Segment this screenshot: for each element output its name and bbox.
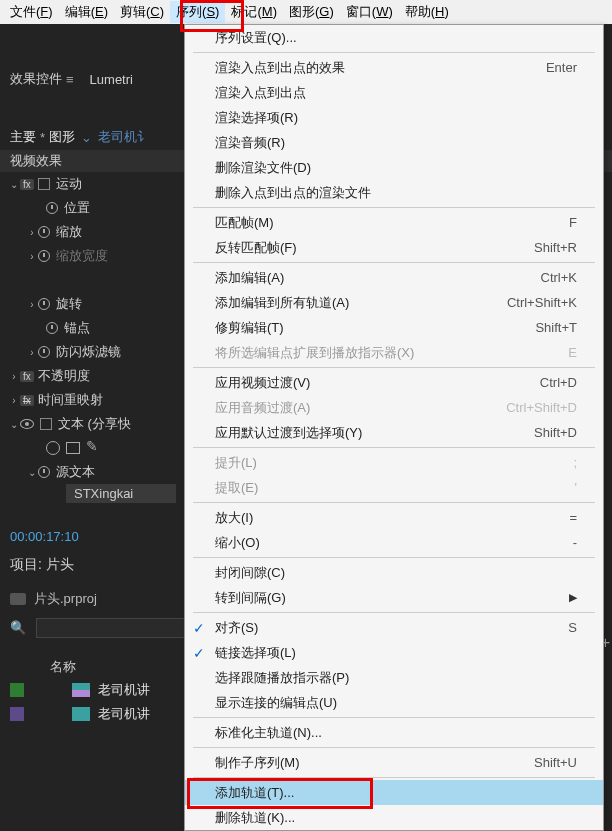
dropdown-item-label: 显示连接的编辑点(U): [215, 694, 337, 712]
dropdown-item-label: 应用音频过渡(A): [215, 399, 310, 417]
dropdown-item-label: 对齐(S): [215, 619, 258, 637]
dropdown-item-label: 提取(E): [215, 479, 258, 497]
dropdown-item[interactable]: 渲染入点到出点: [185, 80, 603, 105]
dropdown-shortcut: Shift+U: [534, 755, 577, 770]
dropdown-item[interactable]: 修剪编辑(T)Shift+T: [185, 315, 603, 340]
stopwatch-icon[interactable]: [38, 466, 50, 478]
dropdown-item[interactable]: 添加编辑(A)Ctrl+K: [185, 265, 603, 290]
dropdown-shortcut: =: [569, 510, 577, 525]
dropdown-item[interactable]: 封闭间隙(C): [185, 560, 603, 585]
dropdown-item-label: 应用默认过渡到选择项(Y): [215, 424, 362, 442]
dropdown-item[interactable]: 反转匹配帧(F)Shift+R: [185, 235, 603, 260]
stopwatch-icon[interactable]: [38, 298, 50, 310]
dropdown-item-label: 渲染选择项(R): [215, 109, 298, 127]
clip-type-label: 图形: [49, 128, 75, 146]
dropdown-item[interactable]: 渲染入点到出点的效果Enter: [185, 55, 603, 80]
menu-graphics[interactable]: 图形(G): [283, 1, 340, 23]
tab-effect-controls[interactable]: 效果控件 ≡: [10, 70, 74, 88]
dropdown-item-label: 标准化主轨道(N)...: [215, 724, 322, 742]
clip-name-link[interactable]: 老司机讠: [98, 128, 150, 146]
submenu-arrow-icon: ▶: [569, 591, 577, 604]
dropdown-shortcut: Ctrl+K: [541, 270, 577, 285]
tab-menu-icon[interactable]: ≡: [66, 72, 74, 87]
dropdown-item[interactable]: 渲染音频(R): [185, 130, 603, 155]
dropdown-item-label: 删除轨道(K)...: [215, 809, 295, 827]
dropdown-item-label: 渲染入点到出点的效果: [215, 59, 345, 77]
dropdown-item-label: 删除渲染文件(D): [215, 159, 311, 177]
dropdown-item[interactable]: 删除入点到出点的渲染文件: [185, 180, 603, 205]
dropdown-item-label: 添加编辑(A): [215, 269, 284, 287]
ellipse-mask-icon[interactable]: [46, 441, 60, 455]
tab-lumetri[interactable]: Lumetri: [90, 72, 133, 87]
menu-marker[interactable]: 标记(M): [225, 1, 283, 23]
dropdown-shortcut: F: [569, 215, 577, 230]
dropdown-item: 应用音频过渡(A)Ctrl+Shift+D: [185, 395, 603, 420]
dropdown-item: 将所选编辑点扩展到播放指示器(X)E: [185, 340, 603, 365]
menu-sequence[interactable]: 序列(S): [170, 1, 225, 23]
dropdown-item[interactable]: 标准化主轨道(N)...: [185, 720, 603, 745]
check-icon: ✓: [193, 645, 205, 661]
menu-file[interactable]: 文件(F): [4, 1, 59, 23]
dropdown-item[interactable]: 应用视频过渡(V)Ctrl+D: [185, 370, 603, 395]
dropdown-item[interactable]: 缩小(O)-: [185, 530, 603, 555]
dropdown-shortcut: ': [575, 480, 577, 495]
clip-icon: [72, 707, 90, 721]
dropdown-item[interactable]: ✓对齐(S)S: [185, 615, 603, 640]
dropdown-shortcut: Shift+D: [534, 425, 577, 440]
label-color-chip[interactable]: [10, 707, 24, 721]
eye-icon[interactable]: [20, 419, 34, 429]
font-family-field[interactable]: STXingkai: [66, 484, 176, 503]
dropdown-item-label: 渲染入点到出点: [215, 84, 306, 102]
dropdown-item: 提取(E)': [185, 475, 603, 500]
dropdown-shortcut: S: [568, 620, 577, 635]
menu-help[interactable]: 帮助(H): [399, 1, 455, 23]
label-color-chip[interactable]: [10, 683, 24, 697]
dropdown-item[interactable]: 显示连接的编辑点(U): [185, 690, 603, 715]
dropdown-shortcut: Enter: [546, 60, 577, 75]
project-search-input[interactable]: [36, 618, 196, 638]
stopwatch-icon: [38, 250, 50, 262]
dropdown-item-label: 序列设置(Q)...: [215, 29, 297, 47]
dropdown-item[interactable]: 添加编辑到所有轨道(A)Ctrl+Shift+K: [185, 290, 603, 315]
rect-mask-icon[interactable]: [66, 442, 80, 454]
chevron-down-icon[interactable]: ⌄: [81, 130, 92, 145]
menu-window[interactable]: 窗口(W): [340, 1, 399, 23]
stopwatch-icon[interactable]: [46, 202, 58, 214]
dropdown-item[interactable]: 删除轨道(K)...: [185, 805, 603, 830]
dropdown-item[interactable]: 序列设置(Q)...: [185, 25, 603, 50]
dropdown-shortcut: Ctrl+D: [540, 375, 577, 390]
dropdown-item[interactable]: 放大(I)=: [185, 505, 603, 530]
folder-icon: [10, 593, 26, 605]
dropdown-item-label: 将所选编辑点扩展到播放指示器(X): [215, 344, 414, 362]
stopwatch-icon[interactable]: [38, 346, 50, 358]
dropdown-item-label: 删除入点到出点的渲染文件: [215, 184, 371, 202]
dropdown-shortcut: Shift+T: [535, 320, 577, 335]
dropdown-item-label: 转到间隔(G): [215, 589, 286, 607]
dropdown-item[interactable]: 删除渲染文件(D): [185, 155, 603, 180]
dropdown-item[interactable]: 添加轨道(T)...: [185, 780, 603, 805]
menu-edit[interactable]: 编辑(E): [59, 1, 114, 23]
dropdown-item-label: 添加编辑到所有轨道(A): [215, 294, 349, 312]
stopwatch-icon[interactable]: [46, 322, 58, 334]
menu-bar: 文件(F) 编辑(E) 剪辑(C) 序列(S) 标记(M) 图形(G) 窗口(W…: [0, 0, 612, 24]
dropdown-item[interactable]: 选择跟随播放指示器(P): [185, 665, 603, 690]
check-icon: ✓: [193, 620, 205, 636]
dropdown-item[interactable]: 应用默认过渡到选择项(Y)Shift+D: [185, 420, 603, 445]
dropdown-item[interactable]: 制作子序列(M)Shift+U: [185, 750, 603, 775]
dropdown-item-label: 缩小(O): [215, 534, 260, 552]
dropdown-shortcut: Ctrl+Shift+D: [506, 400, 577, 415]
search-icon: 🔍: [10, 620, 26, 635]
dropdown-item-label: 添加轨道(T)...: [215, 784, 294, 802]
dropdown-item[interactable]: 转到间隔(G)▶: [185, 585, 603, 610]
transform-icon: [38, 178, 50, 190]
pen-mask-icon[interactable]: [86, 441, 100, 455]
menu-clip[interactable]: 剪辑(C): [114, 1, 170, 23]
dropdown-item-label: 制作子序列(M): [215, 754, 300, 772]
dropdown-item-label: 反转匹配帧(F): [215, 239, 297, 257]
sequence-icon: [72, 683, 90, 697]
stopwatch-icon[interactable]: [38, 226, 50, 238]
dropdown-item[interactable]: ✓链接选择项(L): [185, 640, 603, 665]
dropdown-item-label: 渲染音频(R): [215, 134, 285, 152]
dropdown-item[interactable]: 渲染选择项(R): [185, 105, 603, 130]
dropdown-item[interactable]: 匹配帧(M)F: [185, 210, 603, 235]
